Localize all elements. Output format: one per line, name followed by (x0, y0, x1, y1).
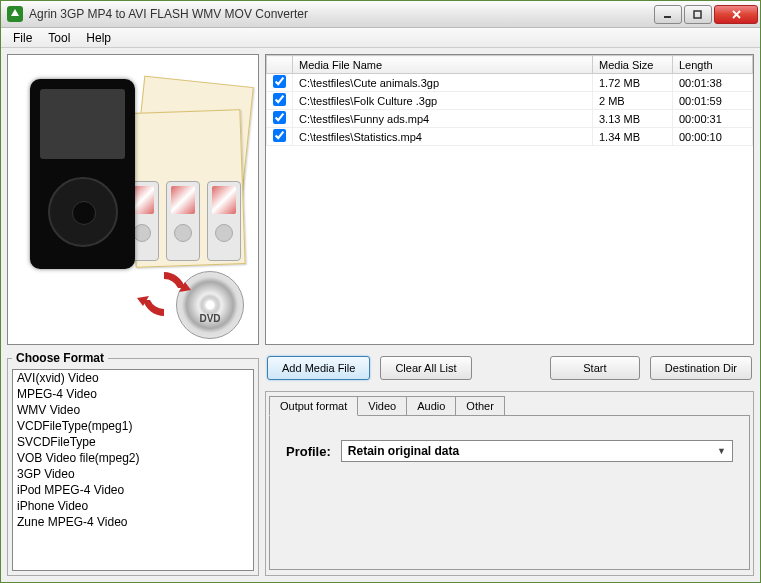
titlebar: Agrin 3GP MP4 to AVI FLASH WMV MOV Conve… (1, 1, 760, 28)
column-filename[interactable]: Media File Name (293, 56, 593, 74)
row-checkbox[interactable] (273, 93, 286, 106)
list-item[interactable]: Zune MPEG-4 Video (13, 514, 253, 530)
row-checkbox[interactable] (273, 129, 286, 142)
cell-size: 2 MB (593, 92, 673, 110)
cell-filename: C:\testfiles\Statistics.mp4 (293, 128, 593, 146)
minimize-button[interactable] (654, 5, 682, 24)
profile-value: Retain original data (348, 444, 459, 458)
action-button-row: Add Media File Clear All List Start Dest… (265, 351, 754, 385)
list-item[interactable]: VCDFileType(mpeg1) (13, 418, 253, 434)
window-title: Agrin 3GP MP4 to AVI FLASH WMV MOV Conve… (29, 7, 654, 21)
convert-arrows-icon (136, 266, 192, 322)
content-area: DVD Media File Name Media (1, 48, 760, 582)
tab-output-format[interactable]: Output format (269, 396, 358, 416)
product-illustration: DVD (18, 71, 248, 331)
cell-filename: C:\testfiles\Folk Culture .3gp (293, 92, 593, 110)
format-listbox[interactable]: AVI(xvid) VideoMPEG-4 VideoWMV VideoVCDF… (12, 369, 254, 571)
tab-audio[interactable]: Audio (406, 396, 456, 416)
menu-help[interactable]: Help (78, 29, 119, 47)
cell-length: 00:00:10 (673, 128, 753, 146)
table-row[interactable]: C:\testfiles\Funny ads.mp43.13 MB00:00:3… (267, 110, 753, 128)
cell-size: 3.13 MB (593, 110, 673, 128)
destination-dir-button[interactable]: Destination Dir (650, 356, 752, 380)
table-row[interactable]: C:\testfiles\Folk Culture .3gp2 MB00:01:… (267, 92, 753, 110)
maximize-button[interactable] (684, 5, 712, 24)
table-row[interactable]: C:\testfiles\Cute animals.3gp1.72 MB00:0… (267, 74, 753, 92)
list-item[interactable]: WMV Video (13, 402, 253, 418)
menubar: File Tool Help (1, 28, 760, 48)
row-checkbox[interactable] (273, 75, 286, 88)
output-settings-panel: Output format Video Audio Other Profile:… (265, 391, 754, 576)
media-file-table: Media File Name Media Size Length C:\tes… (266, 55, 753, 146)
column-check[interactable] (267, 56, 293, 74)
app-window: Agrin 3GP MP4 to AVI FLASH WMV MOV Conve… (0, 0, 761, 583)
clear-all-list-button[interactable]: Clear All List (380, 356, 471, 380)
column-size[interactable]: Media Size (593, 56, 673, 74)
list-item[interactable]: iPhone Video (13, 498, 253, 514)
tab-other[interactable]: Other (455, 396, 505, 416)
cell-size: 1.72 MB (593, 74, 673, 92)
menu-tool[interactable]: Tool (40, 29, 78, 47)
minimize-icon (663, 10, 673, 20)
media-file-table-panel: Media File Name Media Size Length C:\tes… (265, 54, 754, 345)
list-item[interactable]: SVCDFileType (13, 434, 253, 450)
output-tabs: Output format Video Audio Other (269, 396, 750, 416)
close-button[interactable] (714, 5, 758, 24)
cell-size: 1.34 MB (593, 128, 673, 146)
product-image-panel: DVD (7, 54, 259, 345)
add-media-file-button[interactable]: Add Media File (267, 356, 370, 380)
tab-video[interactable]: Video (357, 396, 407, 416)
row-checkbox[interactable] (273, 111, 286, 124)
cell-length: 00:01:59 (673, 92, 753, 110)
table-row[interactable]: C:\testfiles\Statistics.mp41.34 MB00:00:… (267, 128, 753, 146)
cell-filename: C:\testfiles\Cute animals.3gp (293, 74, 593, 92)
list-item[interactable]: MPEG-4 Video (13, 386, 253, 402)
cell-length: 00:01:38 (673, 74, 753, 92)
column-length[interactable]: Length (673, 56, 753, 74)
list-item[interactable]: AVI(xvid) Video (13, 370, 253, 386)
window-controls (654, 4, 760, 24)
maximize-icon (693, 10, 703, 20)
profile-label: Profile: (286, 444, 331, 459)
format-panel: Choose Format AVI(xvid) VideoMPEG-4 Vide… (7, 351, 259, 576)
list-item[interactable]: 3GP Video (13, 466, 253, 482)
choose-format-legend: Choose Format (12, 351, 108, 365)
profile-dropdown[interactable]: Retain original data ▼ (341, 440, 733, 462)
chevron-down-icon: ▼ (717, 446, 726, 456)
list-item[interactable]: iPod MPEG-4 Video (13, 482, 253, 498)
list-item[interactable]: VOB Video file(mpeg2) (13, 450, 253, 466)
close-icon (731, 9, 742, 20)
cell-filename: C:\testfiles\Funny ads.mp4 (293, 110, 593, 128)
cell-length: 00:00:31 (673, 110, 753, 128)
app-icon (7, 6, 23, 22)
svg-rect-1 (694, 11, 701, 18)
menu-file[interactable]: File (5, 29, 40, 47)
tab-body: Profile: Retain original data ▼ (269, 415, 750, 570)
start-button[interactable]: Start (550, 356, 640, 380)
